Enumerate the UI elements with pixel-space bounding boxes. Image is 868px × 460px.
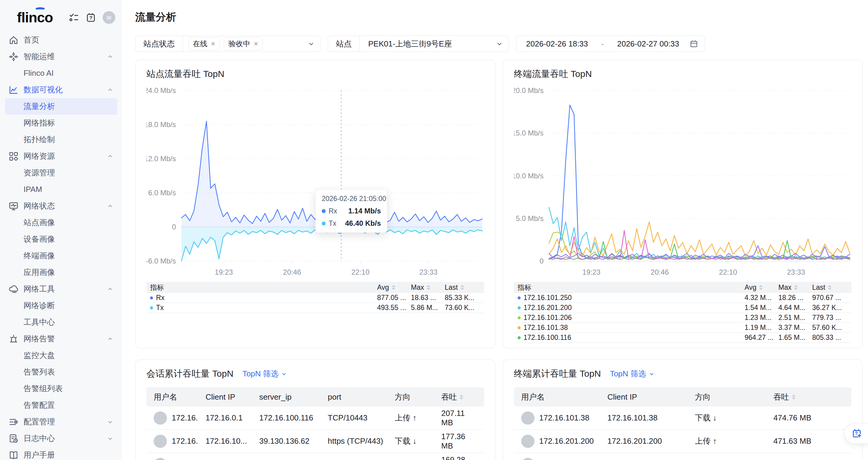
site-label: 站点 bbox=[328, 36, 360, 52]
cell-value: 471.63 MB bbox=[774, 436, 844, 446]
sidebar-item-network-status[interactable]: 网络状态 bbox=[5, 198, 117, 214]
column-header: 用户名 bbox=[521, 392, 608, 402]
date-range-picker[interactable]: 2026-02-26 18:33 - 2026-02-27 00:33 bbox=[516, 36, 705, 52]
client-throughput-chart[interactable]: 20.0 Mb/s15.0 Mb/s10.0 Mb/s5.0 Mb/s019:2… bbox=[514, 82, 852, 278]
topn-filter-link[interactable]: TopN 筛选 bbox=[242, 369, 287, 379]
site-status-select[interactable]: 站点状态 在线×验收中× bbox=[135, 36, 320, 52]
column-header[interactable]: Avg bbox=[745, 283, 778, 292]
max-value: 2.51 M... bbox=[778, 314, 812, 322]
column-header[interactable]: Max bbox=[778, 283, 812, 292]
series-name: 172.16.101.38 bbox=[524, 324, 568, 332]
sort-icon[interactable] bbox=[460, 395, 463, 400]
tooltip-row-rx: Rx 1.14 Mb/s bbox=[322, 207, 381, 215]
sidebar-item-user-manual[interactable]: 用户手册 bbox=[5, 447, 117, 460]
status-tag[interactable]: 在线× bbox=[188, 37, 220, 51]
sort-icon[interactable] bbox=[461, 285, 464, 290]
sidebar-item-label: 网络状态 bbox=[24, 201, 55, 211]
chevron-down-icon[interactable] bbox=[308, 40, 315, 48]
sidebar-item-tool-center[interactable]: 工具中心 bbox=[5, 314, 117, 331]
sidebar-header: flinco ? w bbox=[0, 0, 122, 29]
column-header: Client IP bbox=[206, 392, 259, 402]
sort-icon[interactable] bbox=[392, 285, 395, 290]
site-throughput-chart[interactable]: 2026-02-26 21:05:00 Rx 1.14 Mb/s Tx 46.4… bbox=[146, 82, 484, 278]
sort-icon[interactable] bbox=[792, 395, 796, 400]
sidebar-item-network-metrics[interactable]: 网络指标 bbox=[5, 115, 117, 131]
sidebar-item-label: 监控大盘 bbox=[24, 350, 55, 361]
panel-site-throughput: 站点流量吞吐 TopN 2026-02-26 21:05:00 Rx 1.14 … bbox=[135, 60, 495, 348]
sidebar-item-flinco-ai[interactable]: Flinco AI bbox=[5, 65, 117, 82]
date-range-end[interactable]: 2026-02-27 00:33 bbox=[617, 39, 679, 49]
date-range-start[interactable]: 2026-02-26 18:33 bbox=[526, 39, 588, 49]
sidebar-item-network-tools[interactable]: 网络工具 bbox=[5, 281, 117, 297]
sidebar-item-network-resources[interactable]: 网络资源 bbox=[5, 148, 117, 164]
sidebar-item-app-profile[interactable]: 应用画像 bbox=[5, 264, 117, 281]
sidebar-item-alert-list[interactable]: 告警列表 bbox=[5, 364, 117, 380]
help-icon[interactable]: ? bbox=[86, 12, 96, 23]
cell-value: 474.76 MB bbox=[774, 413, 844, 423]
column-header: port bbox=[328, 392, 395, 402]
sidebar-nav: 首页智能运维Flinco AI数据可视化流量分析网络指标拓扑绘制网络资源资源管理… bbox=[0, 29, 122, 460]
column-header[interactable]: Last bbox=[812, 283, 848, 292]
column-header[interactable]: Max bbox=[411, 283, 445, 292]
sidebar-item-network-alerts[interactable]: 网络告警 bbox=[5, 331, 117, 347]
series-dot bbox=[518, 306, 521, 309]
sidebar-item-monitor-dashboard[interactable]: 监控大盘 bbox=[5, 347, 117, 364]
sidebar-item-site-profile[interactable]: 站点画像 bbox=[5, 214, 117, 231]
svg-text:20:46: 20:46 bbox=[283, 268, 301, 276]
sidebar-item-terminal-profile[interactable]: 终端画像 bbox=[5, 247, 117, 264]
sidebar-item-diagnosis[interactable]: 网络诊断 bbox=[5, 297, 117, 314]
sidebar-item-device-profile[interactable]: 设备画像 bbox=[5, 231, 117, 247]
sidebar-item-ipam[interactable]: IPAM bbox=[5, 181, 117, 198]
sidebar-item-label: Flinco AI bbox=[24, 68, 54, 78]
sidebar-item-topology[interactable]: 拓扑绘制 bbox=[5, 131, 117, 148]
panel-title: 站点流量吞吐 TopN bbox=[146, 68, 224, 80]
remove-tag-icon[interactable]: × bbox=[254, 39, 258, 48]
sidebar-item-home[interactable]: 首页 bbox=[5, 32, 117, 48]
sidebar-item-alert-group-list[interactable]: 告警组列表 bbox=[5, 380, 117, 397]
avg-value: 964.27 ... bbox=[745, 334, 778, 342]
sidebar-item-resource-mgmt[interactable]: 资源管理 bbox=[5, 164, 117, 181]
sort-icon[interactable] bbox=[759, 285, 763, 290]
column-header[interactable]: 吞吐 bbox=[441, 392, 477, 402]
sidebar-item-log-center[interactable]: 日志中心 bbox=[5, 430, 117, 447]
column-header[interactable]: Avg bbox=[377, 283, 411, 292]
table-row[interactable]: 172.16.172.16.0.1172.16.100.116TCP/10443… bbox=[146, 406, 484, 430]
sidebar-item-aiops[interactable]: 智能运维 bbox=[5, 48, 117, 65]
status-tag[interactable]: 验收中× bbox=[224, 37, 262, 51]
app-logo[interactable]: flinco bbox=[17, 9, 53, 26]
table-row[interactable]: 172.16.172.16.0.1172.16.1.3syslog (UDP/5… bbox=[146, 453, 484, 460]
column-header[interactable]: 吞吐 bbox=[774, 392, 844, 402]
sort-icon[interactable] bbox=[828, 285, 832, 290]
site-select[interactable]: 站点 PEK01-上地三街9号E座 bbox=[328, 36, 509, 52]
sort-icon[interactable] bbox=[794, 285, 798, 290]
column-header[interactable]: Last bbox=[445, 283, 480, 292]
chevron-up-icon bbox=[107, 87, 114, 93]
table-row[interactable]: 172.16.101.38172.16.101.38下载 ↓474.76 MB bbox=[514, 406, 852, 430]
table-row[interactable]: 172.16.172.16.10...39.130.136.62https (T… bbox=[146, 430, 484, 453]
task-list-icon[interactable] bbox=[69, 12, 79, 23]
sidebar-item-dataviz[interactable]: 数据可视化 bbox=[5, 82, 117, 98]
svg-text:10.0 Mb/s: 10.0 Mb/s bbox=[514, 172, 544, 180]
cell-server_ip: 172.16.100.116 bbox=[259, 413, 328, 423]
table-row[interactable]: 172.16.101.250172.16.101.250下载 ↓447.50 M… bbox=[514, 453, 852, 460]
calendar-icon[interactable] bbox=[690, 39, 698, 48]
sidebar-item-label: 终端画像 bbox=[24, 250, 55, 261]
user-avatar[interactable]: w bbox=[103, 11, 115, 24]
remove-tag-icon[interactable]: × bbox=[211, 39, 215, 48]
series-name: Tx bbox=[156, 304, 164, 312]
sidebar-item-alert-config[interactable]: 告警配置 bbox=[5, 397, 117, 413]
cell-client_ip: 172.16.201.200 bbox=[608, 436, 695, 446]
topn-filter-link[interactable]: TopN 筛选 bbox=[610, 369, 655, 379]
chevron-down-icon[interactable] bbox=[496, 40, 503, 48]
sidebar-item-config-mgmt[interactable]: 配置管理 bbox=[5, 413, 117, 430]
sidebar-item-label: 流量分析 bbox=[24, 101, 55, 112]
last-value: 73.60 K... bbox=[445, 304, 480, 312]
sort-icon[interactable] bbox=[427, 285, 430, 290]
sidebar-item-label: 日志中心 bbox=[24, 433, 55, 444]
sidebar-item-traffic-analysis[interactable]: 流量分析 bbox=[5, 98, 117, 115]
feedback-widget-button[interactable]: ? bbox=[844, 423, 868, 444]
sidebar-item-label: IPAM bbox=[24, 185, 42, 194]
table-row[interactable]: 172.16.201.200172.16.201.200上传 ↑471.63 M… bbox=[514, 430, 852, 453]
chevron-down-icon bbox=[649, 371, 655, 377]
svg-text:22:10: 22:10 bbox=[719, 268, 737, 276]
